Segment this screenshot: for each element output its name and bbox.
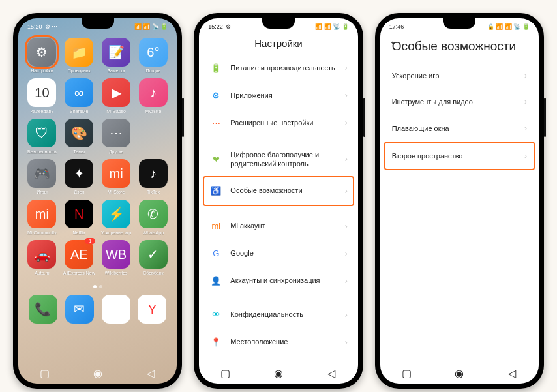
app-Музыка[interactable]: ♪Музыка [136, 78, 170, 113]
app-label: Календарь [31, 109, 53, 113]
app-Auto.ru[interactable]: 🚗Auto.ru [25, 240, 59, 275]
settings-row[interactable]: ⚙Приложения› [204, 82, 352, 109]
app-label: Погода [145, 68, 160, 73]
nav-home[interactable]: ◉ [92, 367, 104, 379]
page-indicator [18, 275, 177, 292]
row-icon: ♿ [209, 185, 222, 198]
app-AliExpress New[interactable]: AE1AliExpress New [62, 240, 97, 275]
row-label: Местоположение [230, 337, 337, 346]
app-label: Mi Видео [106, 109, 126, 113]
nav-recents[interactable]: ▢ [39, 367, 51, 379]
app-label: Mi Community [27, 230, 57, 235]
app-icon: 10 [27, 78, 56, 107]
app-Игры[interactable]: 🎮Игры [25, 159, 59, 194]
phone-settings: 15:22 ⚙ ⋯ 📶 📶 📡 🔋 Настройки 🔋Питание и п… [194, 13, 363, 389]
row-label: Google [230, 249, 337, 258]
dock-app[interactable]: Y [138, 295, 166, 324]
row-label: Расширенные настройки [230, 118, 337, 127]
row-icon: ⋯ [209, 116, 222, 129]
app-Mi Видео[interactable]: ▶Mi Видео [99, 78, 134, 113]
dock-app[interactable]: 📞 [29, 295, 57, 324]
row-label: Ускорение игр [392, 71, 517, 80]
nav-recents[interactable]: ▢ [400, 367, 412, 379]
app-Mi Community[interactable]: miMi Community [25, 200, 59, 235]
row-label: Особые возможности [230, 186, 337, 195]
nav-back[interactable]: ◁ [506, 367, 518, 379]
settings-row[interactable]: 📍Местоположение› [204, 329, 352, 356]
app-Дзен[interactable]: ✦Дзен [62, 159, 97, 194]
settings-row[interactable]: 👁Конфиденциальность› [204, 301, 352, 329]
row-icon: 👤 [209, 275, 222, 288]
app-Настройки[interactable]: ⚙Настройки [25, 38, 59, 73]
app-label: Игры [37, 190, 48, 194]
settings-row[interactable]: ♿Особые возможности› [203, 176, 354, 206]
nav-home[interactable]: ◉ [453, 367, 465, 379]
app-icon: 🚗 [27, 240, 56, 269]
app-Другие[interactable]: ⋯Другие [99, 119, 134, 154]
chevron-right-icon: › [524, 151, 527, 160]
app-Netflix[interactable]: NNetflix [62, 200, 97, 235]
settings-row[interactable]: ❤Цифровое благополучие и родительский ко… [204, 143, 352, 176]
app-label: Mi Store [108, 190, 125, 194]
nav-recents[interactable]: ▢ [220, 367, 232, 379]
app-Сбербанк[interactable]: ✓Сбербанк [136, 240, 170, 275]
nav-back[interactable]: ◁ [325, 367, 337, 379]
notch [82, 18, 114, 29]
app-label: Ускорение игр [101, 230, 131, 235]
settings-row[interactable]: Второе пространство› [384, 142, 535, 170]
settings-row[interactable]: 👤Аккаунты и синхронизация› [204, 267, 352, 295]
app-TikTok[interactable]: ♪TikTok [136, 159, 170, 194]
dock-app[interactable]: ◉ [102, 295, 130, 324]
nav-bar: ▢ ◉ ◁ [18, 363, 177, 384]
app-icon: ⋯ [102, 119, 130, 147]
chevron-right-icon: › [345, 277, 348, 286]
settings-row[interactable]: Инструменты для видео› [385, 89, 534, 115]
app-Wildberries[interactable]: WBWildberries [99, 240, 134, 275]
clock: 15:22 [208, 23, 223, 30]
row-icon: 👁 [209, 309, 222, 322]
app-icon: N [65, 200, 93, 228]
settings-row[interactable]: miMi аккаунт› [204, 213, 352, 240]
app-Погода[interactable]: 6°Погода [136, 38, 170, 73]
app-icon: 🎨 [65, 119, 93, 147]
chevron-right-icon: › [345, 222, 348, 231]
settings-row[interactable]: GGoogle› [204, 240, 352, 267]
dock-app[interactable]: ✉ [65, 295, 94, 324]
app-label: Заметки [108, 68, 125, 73]
row-label: Конфиденциальность [230, 310, 337, 319]
app-label: Wildberries [105, 271, 128, 275]
app-icon: ♪ [139, 159, 168, 188]
settings-row[interactable]: Плавающие окна› [385, 115, 534, 142]
row-icon: mi [209, 220, 222, 233]
app-WhatsApp[interactable]: ✆WhatsApp [136, 200, 170, 235]
app-Темы[interactable]: 🎨Темы [62, 119, 97, 154]
app-Проводник[interactable]: 📁Проводник [62, 38, 97, 73]
app-Безопасность[interactable]: 🛡Безопасность [25, 119, 59, 154]
app-Календарь[interactable]: 10Календарь [25, 78, 59, 113]
phone-homescreen: 15:20 ⚙ ⋯ 📶 📶 📡 🔋 ⚙Настройки📁Проводник📝З… [13, 13, 182, 389]
app-Ускорение игр[interactable]: ⚡Ускорение игр [99, 200, 134, 235]
nav-back[interactable]: ◁ [145, 367, 157, 379]
app-icon: ▶ [102, 78, 130, 107]
nav-home[interactable]: ◉ [273, 367, 284, 379]
status-icons-right: 📶 📶 📡 🔋 [134, 23, 168, 30]
app-Заметки[interactable]: 📝Заметки [99, 38, 134, 73]
clock: 17:46 [389, 23, 404, 30]
row-label: Цифровое благополучие и родительский кон… [230, 150, 337, 169]
app-label: Другие [109, 149, 123, 154]
chevron-right-icon: › [345, 155, 348, 164]
app-Mi Store[interactable]: miMi Store [99, 159, 134, 194]
app-label: Дзен [74, 190, 84, 194]
settings-row[interactable]: ⋯Расширенные настройки› [204, 109, 352, 136]
settings-row[interactable]: Ускорение игр› [385, 63, 534, 89]
chevron-right-icon: › [345, 91, 348, 100]
app-icon: 📁 [65, 38, 93, 67]
settings-row[interactable]: 🔋Питание и производительность› [204, 54, 352, 82]
clock: 15:20 [27, 23, 42, 30]
row-icon: ❤ [209, 153, 222, 166]
app-ShareMe[interactable]: ∞ShareMe [62, 78, 97, 113]
back-button[interactable]: ← [389, 37, 400, 48]
app-label: AliExpress New [63, 271, 95, 275]
app-icon: 📝 [102, 38, 130, 67]
row-label: Плавающие окна [392, 124, 517, 133]
